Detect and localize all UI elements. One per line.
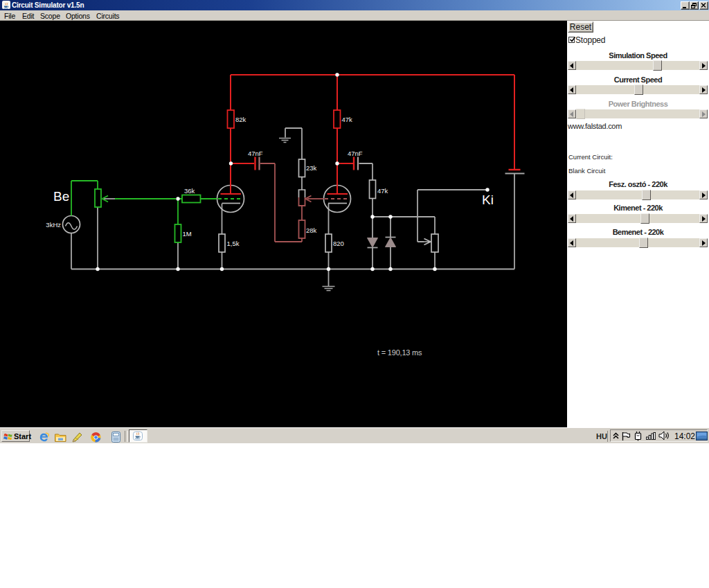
svg-text:82k: 82k — [235, 116, 246, 123]
svg-text:Ki: Ki — [482, 193, 494, 207]
svg-text:1M: 1M — [183, 230, 192, 238]
svg-text:t = 190,13 ms: t = 190,13 ms — [377, 348, 422, 357]
svg-text:47k: 47k — [377, 187, 388, 195]
svg-text:47nF: 47nF — [248, 150, 263, 157]
svg-text:3kHz: 3kHz — [46, 221, 61, 229]
svg-text:23k: 23k — [306, 164, 317, 172]
svg-text:820: 820 — [333, 240, 344, 247]
svg-text:47nF: 47nF — [348, 150, 363, 157]
svg-text:Be: Be — [53, 189, 69, 204]
svg-text:1,5k: 1,5k — [227, 240, 240, 247]
svg-text:47k: 47k — [342, 116, 353, 123]
svg-text:28k: 28k — [306, 226, 317, 234]
svg-text:36k: 36k — [184, 187, 195, 195]
